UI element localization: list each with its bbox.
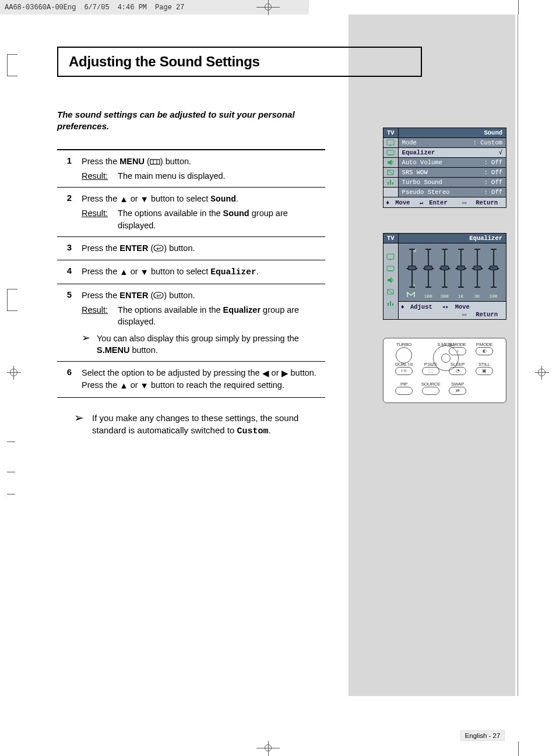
step-number: 2 xyxy=(57,193,82,231)
job-time: 4:46 PM xyxy=(118,3,147,12)
osd-footer: ♦Move ↵Enter ▭ Return xyxy=(383,197,506,208)
registration-mark xyxy=(256,0,280,15)
down-icon: ▼ xyxy=(140,193,149,205)
note-arrow-icon: ➢ xyxy=(57,412,92,437)
crop-mark xyxy=(7,441,15,442)
eq-band-label: 3K xyxy=(470,294,484,299)
step-3: 3Press the ENTER () button. xyxy=(57,237,325,260)
osd-equalizer-menu: TV Equalizer R L 1003001K3K10K ♦Adjust ◂… xyxy=(383,233,506,320)
down-icon: ▼ xyxy=(140,266,149,278)
job-page: Page 27 xyxy=(155,3,184,12)
remote-button: ⇄ xyxy=(449,387,466,395)
eq-band-label: 100 xyxy=(421,294,435,299)
crop-mark xyxy=(518,741,519,756)
step-body: Press the ▲ or ▼ button to select Sound.… xyxy=(82,193,325,231)
up-icon: ▲ xyxy=(119,193,128,205)
step-number: 5 xyxy=(57,289,82,356)
osd-side-icon xyxy=(383,138,399,148)
result-text: The main menu is displayed. xyxy=(118,170,304,182)
balance-icon xyxy=(407,292,415,298)
enter-icon xyxy=(153,290,164,302)
remote-button xyxy=(422,387,439,395)
left-icon: ◀ xyxy=(262,368,269,379)
enter-icon xyxy=(153,243,164,255)
enter-icon: ↵ xyxy=(420,199,423,206)
eq-band-label: 1K xyxy=(454,294,468,299)
intro-text: The sound settings can be adjusted to su… xyxy=(57,109,319,133)
steps-list: 1Press the MENU () button.Result: The ma… xyxy=(57,149,325,398)
result-label: Result: xyxy=(82,170,115,182)
remote-nav-enter xyxy=(441,354,451,363)
svg-rect-5 xyxy=(387,140,394,145)
down-icon: ▼ xyxy=(140,380,149,391)
eq-slider xyxy=(442,247,448,289)
crop-mark xyxy=(518,0,519,15)
osd-menu-item: Mode: Custom xyxy=(398,138,506,148)
arrow-right-icon: √ xyxy=(499,149,502,156)
svg-rect-14 xyxy=(387,254,394,259)
osd-menu-item: SRS WOW: Off xyxy=(398,168,506,178)
eq-slider xyxy=(491,247,497,289)
remote-nav-pad: S.MENU xyxy=(428,342,464,371)
svg-rect-7 xyxy=(387,150,394,155)
remote-btn-still: STILL▣ xyxy=(474,362,494,377)
osd-menu-item: Equalizer√ xyxy=(398,148,506,158)
remote-btn-dualiii: DUAL I-III·II xyxy=(394,362,414,377)
registration-mark xyxy=(7,366,21,380)
osd-side-blank xyxy=(383,188,399,197)
osd-header-title: Sound xyxy=(480,128,506,137)
crop-mark xyxy=(7,472,15,472)
step-1: 1Press the MENU () button.Result: The ma… xyxy=(57,150,325,188)
right-icon: ▶ xyxy=(281,368,288,379)
step-number: 4 xyxy=(57,266,82,278)
crop-mark xyxy=(7,54,17,76)
page-title: Adjusting the Sound Settings xyxy=(57,47,422,77)
eq-slider xyxy=(425,247,431,289)
svg-rect-3 xyxy=(154,245,163,251)
osd-side-icon xyxy=(383,148,399,158)
remote-btn-pmode: P.MODE◐ xyxy=(474,342,494,358)
result-text: The options available in the Equalizer g… xyxy=(118,304,304,328)
equalizer-chart: R L 1003001K3K10K xyxy=(398,243,506,302)
step-5: 5Press the ENTER () button.Result: The o… xyxy=(57,284,325,362)
registration-mark xyxy=(256,741,280,756)
note-text: You can also display this group simply b… xyxy=(97,333,325,356)
crop-mark xyxy=(7,289,17,311)
osd-menu-item: Pseudo Stereo: Off xyxy=(398,188,506,197)
up-icon: ▲ xyxy=(119,266,128,278)
osd-header-title: Equalizer xyxy=(466,234,506,243)
eq-band-label: 300 xyxy=(438,294,452,299)
eq-slider xyxy=(474,247,480,289)
remote-btn-pip: PIP xyxy=(394,381,414,397)
job-id: AA68-03660A-00Eng xyxy=(5,3,76,12)
page-number: English - 27 xyxy=(460,730,505,741)
leftright-icon: ◂▸ xyxy=(442,303,449,310)
crop-mark xyxy=(7,494,15,494)
osd-side-icon xyxy=(383,178,399,188)
eq-band-label: 10K xyxy=(487,294,501,299)
remote-button: ◐ xyxy=(476,347,493,355)
note-arrow-icon: ➢ xyxy=(82,333,97,343)
svg-line-19 xyxy=(388,289,393,294)
remote-turbo-button xyxy=(396,347,412,363)
updown-icon: ♦ xyxy=(386,199,389,206)
osd-sound-menu: TV Sound Mode: CustomEqualizer√Auto Volu… xyxy=(383,128,506,208)
osd-footer: ♦Adjust ◂▸Move ▭ Return xyxy=(398,302,506,320)
svg-point-15 xyxy=(390,259,391,260)
step-body: Select the option to be adjusted by pres… xyxy=(82,367,325,392)
step-4: 4Press the ▲ or ▼ button to select Equal… xyxy=(57,260,325,284)
step-body: Press the ENTER () button.Result: The op… xyxy=(82,289,325,356)
menu-icon xyxy=(150,156,160,168)
svg-rect-4 xyxy=(154,292,163,298)
svg-line-10 xyxy=(388,170,393,175)
remote-btn-source: SOURCE xyxy=(421,381,441,397)
remote-btn-swap: SWAP⇄ xyxy=(448,381,467,397)
step-number: 1 xyxy=(57,156,82,182)
osd-side-icon xyxy=(383,168,399,178)
step-body: Press the ▲ or ▼ button to select Equali… xyxy=(82,266,325,278)
osd-menu-item: Auto Volume: Off xyxy=(398,158,506,168)
osd-header-tv: TV xyxy=(383,234,398,243)
osd-header-tv: TV xyxy=(383,128,398,137)
step-number: 6 xyxy=(57,367,82,392)
registration-mark xyxy=(535,366,549,380)
